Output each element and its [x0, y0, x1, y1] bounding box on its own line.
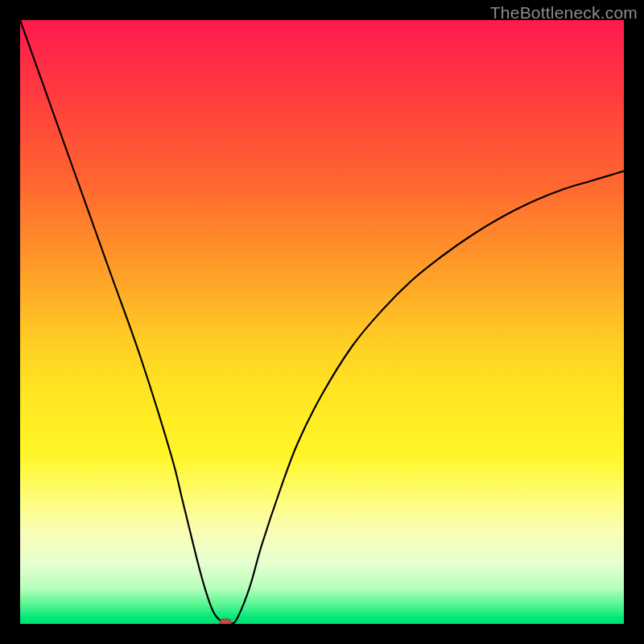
- curve-svg: [20, 20, 624, 624]
- watermark-text: TheBottleneck.com: [490, 3, 638, 23]
- chart-frame: TheBottleneck.com: [0, 0, 644, 644]
- optimum-marker: [220, 619, 231, 624]
- plot-area: [20, 20, 624, 624]
- bottleneck-curve-line: [20, 20, 624, 624]
